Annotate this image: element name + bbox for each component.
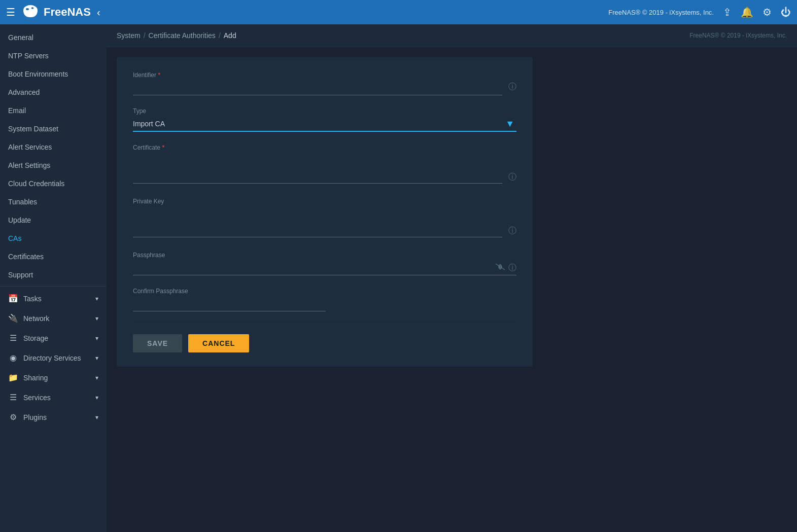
sidebar-item-label: Email: [8, 107, 26, 115]
sidebar-item-update[interactable]: Update: [0, 211, 107, 229]
sidebar-item-tasks[interactable]: Tasks ▾: [0, 289, 107, 308]
form-panel: Identifier * ⓘ Type Internal CA Intermed: [117, 57, 533, 367]
breadcrumb-bar: System / Certificate Authorities / Add F…: [107, 24, 797, 47]
toggle-password-visibility-button[interactable]: [495, 263, 505, 272]
sidebar-item-label: Support: [8, 271, 33, 279]
sidebar-item-certificates[interactable]: Certificates: [0, 247, 107, 266]
breadcrumb-sep-2: /: [219, 31, 221, 40]
passphrase-wrapper: ⓘ: [133, 261, 516, 275]
topbar: ☰ FreeNAS ‹ FreeNAS® © 2019 - iXsystems,…: [0, 0, 797, 24]
logo: FreeNAS: [21, 3, 91, 21]
sidebar-item-label: Tasks: [23, 295, 42, 303]
certificate-field: Certificate * ⓘ: [133, 144, 516, 186]
identifier-label: Identifier *: [133, 72, 516, 79]
sidebar-item-label: Tunables: [8, 198, 37, 206]
sidebar-item-network[interactable]: 🔌 Network ▾: [0, 308, 107, 328]
sidebar-item-alert-services[interactable]: Alert Services: [0, 138, 107, 156]
sidebar-item-boot-environments[interactable]: Boot Environments: [0, 65, 107, 83]
type-select[interactable]: Internal CA Intermediate CA Import CA: [133, 117, 516, 131]
topbar-right: FreeNAS® © 2019 - iXsystems, Inc. ⇪ 🔔 ⚙ …: [608, 6, 791, 18]
confirm-passphrase-input[interactable]: [133, 297, 326, 311]
sidebar-item-plugins[interactable]: ⚙ Plugins ▾: [0, 407, 107, 427]
bell-icon[interactable]: 🔔: [741, 6, 753, 18]
upload-icon[interactable]: ⇪: [723, 6, 732, 18]
power-icon[interactable]: ⏻: [781, 7, 791, 18]
breadcrumb-certificate-authorities[interactable]: Certificate Authorities: [149, 31, 216, 40]
hamburger-button[interactable]: ☰: [6, 6, 15, 18]
sidebar: General NTP Servers Boot Environments Ad…: [0, 24, 107, 532]
sidebar-item-directory-services[interactable]: ◉ Directory Services ▾: [0, 348, 107, 368]
chevron-down-icon: ▾: [95, 354, 98, 362]
private-key-help-icon[interactable]: ⓘ: [508, 226, 516, 236]
sidebar-item-label: Certificates: [8, 253, 44, 261]
sidebar-item-label: NTP Servers: [8, 52, 49, 60]
sidebar-item-ntp-servers[interactable]: NTP Servers: [0, 47, 107, 65]
type-select-wrapper: Internal CA Intermediate CA Import CA ▼: [133, 117, 516, 132]
sidebar-item-label: Alert Settings: [8, 161, 50, 169]
sidebar-item-label: Directory Services: [23, 354, 81, 362]
sidebar-item-alert-settings[interactable]: Alert Settings: [0, 156, 107, 174]
sidebar-item-advanced[interactable]: Advanced: [0, 83, 107, 101]
identifier-input[interactable]: [133, 81, 502, 95]
sidebar-item-system-dataset[interactable]: System Dataset: [0, 120, 107, 138]
type-label: Type: [133, 108, 516, 115]
directory-services-icon: ◉: [8, 353, 18, 363]
sidebar-item-support[interactable]: Support: [0, 266, 107, 284]
form-actions: SAVE CANCEL: [133, 324, 516, 352]
chevron-down-icon: ▾: [95, 414, 98, 421]
main-layout: General NTP Servers Boot Environments Ad…: [0, 24, 797, 532]
chevron-down-icon: ▾: [95, 315, 98, 322]
certificate-help-icon[interactable]: ⓘ: [508, 172, 516, 183]
copyright-text: FreeNAS® © 2019 - iXsystems, Inc.: [689, 32, 787, 39]
sidebar-item-email[interactable]: Email: [0, 101, 107, 120]
passphrase-label: Passphrase: [133, 252, 516, 259]
sidebar-item-label: Plugins: [23, 413, 47, 421]
sidebar-item-label: Sharing: [23, 374, 48, 382]
certificate-input[interactable]: [133, 153, 502, 184]
eye-off-icon: [495, 263, 505, 270]
private-key-textarea-wrapper: ⓘ: [133, 207, 516, 239]
passphrase-input[interactable]: [133, 261, 495, 275]
sidebar-item-cas[interactable]: CAs: [0, 229, 107, 247]
breadcrumb-sep-1: /: [144, 31, 146, 40]
passphrase-field: Passphrase ⓘ: [133, 252, 516, 275]
sidebar-item-label: Boot Environments: [8, 70, 68, 78]
sidebar-item-label: General: [8, 33, 33, 42]
sidebar-item-general[interactable]: General: [0, 28, 107, 47]
sidebar-item-label: Network: [23, 314, 49, 323]
private-key-field: Private Key ⓘ: [133, 198, 516, 239]
identifier-help-icon[interactable]: ⓘ: [508, 82, 516, 92]
breadcrumb-add: Add: [224, 31, 236, 40]
sidebar-item-storage[interactable]: ☰ Storage ▾: [0, 328, 107, 348]
topbar-copyright: FreeNAS® © 2019 - iXsystems, Inc.: [608, 9, 714, 16]
sidebar-item-cloud-credentials[interactable]: Cloud Credentials: [0, 174, 107, 193]
topbar-left: ☰ FreeNAS ‹: [6, 3, 100, 21]
breadcrumb-system[interactable]: System: [117, 31, 141, 40]
passphrase-help-button[interactable]: ⓘ: [508, 263, 516, 273]
sidebar-item-services[interactable]: ☰ Services ▾: [0, 387, 107, 407]
sidebar-item-label: Update: [8, 216, 31, 224]
confirm-passphrase-label: Confirm Passphrase: [133, 288, 516, 295]
sidebar-item-label: Alert Services: [8, 143, 52, 151]
chevron-down-icon: ▾: [95, 295, 98, 302]
certificate-label: Certificate *: [133, 144, 516, 151]
svg-point-2: [31, 7, 34, 9]
plugins-icon: ⚙: [8, 412, 18, 422]
sidebar-item-sharing[interactable]: 📁 Sharing ▾: [0, 368, 107, 387]
sidebar-item-label: CAs: [8, 234, 21, 242]
gear-icon[interactable]: ⚙: [763, 6, 772, 18]
private-key-input[interactable]: [133, 207, 502, 237]
chevron-down-icon: ▾: [95, 394, 98, 401]
save-button[interactable]: SAVE: [133, 334, 182, 352]
sidebar-item-tunables[interactable]: Tunables: [0, 193, 107, 211]
cancel-button[interactable]: CANCEL: [188, 334, 249, 352]
back-button[interactable]: ‹: [97, 7, 100, 18]
breadcrumb: System / Certificate Authorities / Add: [117, 31, 236, 40]
sidebar-item-label: System Dataset: [8, 125, 58, 133]
sidebar-item-label: Services: [23, 394, 51, 402]
services-icon: ☰: [8, 393, 18, 402]
logo-text: FreeNAS: [44, 6, 91, 19]
certificate-required: *: [162, 144, 164, 151]
type-field: Type Internal CA Intermediate CA Import …: [133, 108, 516, 132]
sidebar-item-label: Advanced: [8, 88, 40, 96]
